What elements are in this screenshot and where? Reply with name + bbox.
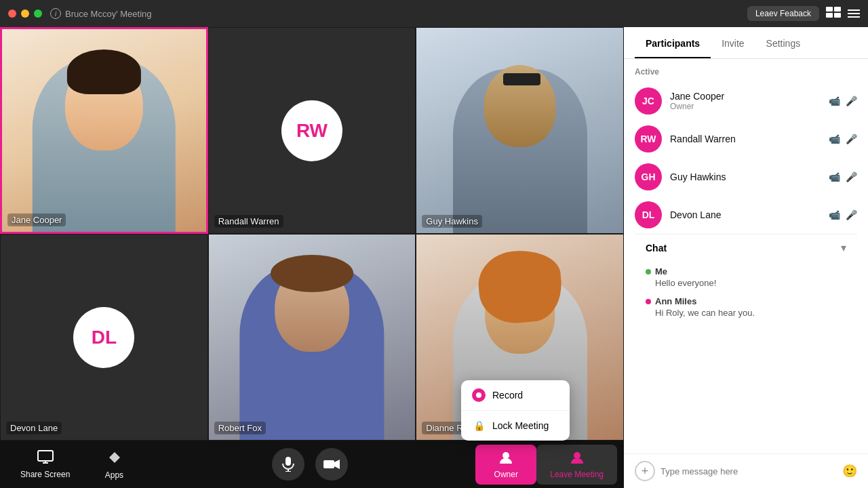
owner-icon: [498, 450, 513, 467]
meeting-title-area: i Bruce Mccoy' Meeting: [50, 8, 151, 19]
video-cell-robert[interactable]: Robert Fox: [208, 234, 416, 441]
participant-icons-guy: 📹 🎤: [829, 171, 857, 182]
main-content: Jane Cooper RW Randall Warren Guy Hawkin…: [0, 27, 868, 488]
popup-menu: Record 🔒 Lock Meeting: [461, 380, 570, 441]
emoji-button[interactable]: 🙂: [842, 464, 857, 479]
svg-rect-2: [826, 13, 833, 18]
participant-name-jane: Jane Cooper: [7, 214, 66, 226]
mic-icon-jane: 🎤: [846, 96, 857, 106]
video-cell-guy[interactable]: Guy Hawkins: [416, 27, 624, 234]
leave-icon: [570, 450, 585, 467]
bottom-center-controls: [144, 448, 475, 481]
video-grid-area: Jane Cooper RW Randall Warren Guy Hawkin…: [0, 27, 624, 488]
info-icon: i: [50, 8, 61, 19]
cam-icon-randall: 📹: [829, 134, 840, 144]
avatar-devon-panel: DL: [635, 201, 662, 228]
video-cell-jane[interactable]: Jane Cooper: [0, 27, 208, 234]
owner-button[interactable]: Owner: [475, 445, 536, 485]
participant-name-robert: Robert Fox: [214, 422, 266, 434]
apps-button[interactable]: Apps: [83, 444, 144, 485]
participant-name-randall-panel: Randall Warren: [670, 134, 821, 144]
participant-row-jane: JC Jane Cooper Owner 📹 🎤: [635, 82, 857, 120]
tab-participants[interactable]: Participants: [635, 27, 711, 58]
leave-meeting-label: Leave Meeting: [550, 470, 604, 479]
cam-icon-devon: 📹: [829, 209, 840, 220]
participant-info-devon: Devon Lane: [670, 209, 821, 220]
leave-meeting-button[interactable]: Leave Meeting: [536, 445, 617, 485]
active-section-label: Active: [635, 67, 857, 77]
panel-tabs: Participants Invite Settings: [624, 27, 868, 59]
participants-panel: Active JC Jane Cooper Owner 📹 🎤 RW Randa…: [624, 59, 868, 453]
participant-name-randall: Randall Warren: [214, 215, 283, 228]
svg-point-9: [502, 452, 509, 459]
chat-header-label: Chat: [646, 243, 667, 253]
mic-icon-guy: 🎤: [846, 171, 857, 182]
svg-point-10: [574, 452, 580, 459]
lock-meeting-label: Lock Meeting: [492, 420, 549, 431]
record-label: Record: [492, 390, 523, 401]
chat-chevron-icon: ▾: [841, 241, 846, 254]
participant-role-jane: Owner: [670, 102, 821, 111]
mic-button[interactable]: [272, 448, 304, 481]
share-screen-icon: [37, 450, 54, 467]
chat-text-2: Hi Roly, we can hear you.: [646, 308, 846, 318]
chat-sender-1: Me: [646, 266, 846, 277]
chat-messages: Me Hello everyone! Ann Miles Hi Roly, we…: [635, 261, 857, 337]
sender-dot-1: [646, 269, 651, 274]
share-screen-label: Share Screen: [20, 470, 70, 479]
chat-sender-name-1: Me: [655, 266, 667, 277]
minimize-button[interactable]: [21, 9, 29, 18]
participant-icons-randall: 📹 🎤: [829, 134, 857, 144]
right-panel: Participants Invite Settings Active JC J…: [624, 27, 868, 488]
sender-dot-2: [646, 299, 651, 304]
apps-icon: [106, 449, 121, 468]
tab-invite[interactable]: Invite: [711, 27, 755, 58]
participant-icons-jane: 📹 🎤: [829, 96, 857, 106]
hamburger-menu-icon[interactable]: [848, 9, 860, 18]
svg-rect-0: [826, 7, 833, 12]
avatar-randall: RW: [281, 100, 342, 161]
bottom-bar: Share Screen Apps: [0, 441, 624, 488]
traffic-lights: [8, 9, 42, 18]
svg-rect-1: [834, 7, 841, 12]
video-cell-devon[interactable]: DL Devon Lane: [0, 234, 208, 441]
participant-row-guy: GH Guy Hawkins 📹 🎤: [635, 158, 857, 196]
apps-label: Apps: [105, 470, 123, 480]
svg-rect-5: [285, 457, 291, 466]
avatar-guy-panel: GH: [635, 163, 662, 190]
svg-rect-4: [38, 451, 53, 461]
participant-info-guy: Guy Hawkins: [670, 171, 821, 182]
avatar-jane-panel: JC: [635, 87, 662, 115]
video-cell-randall[interactable]: RW Randall Warren: [208, 27, 416, 234]
avatar-devon: DL: [73, 307, 134, 368]
cam-icon-guy: 📹: [829, 171, 840, 182]
layout-icon[interactable]: [826, 7, 841, 21]
participant-name-devon: Devon Lane: [6, 422, 62, 434]
lock-meeting-menu-item[interactable]: 🔒 Lock Meeting: [461, 411, 570, 441]
chat-message-1: Me Hello everyone!: [646, 266, 846, 288]
video-grid: Jane Cooper RW Randall Warren Guy Hawkin…: [0, 27, 624, 441]
bottom-right-controls: Owner Leave Meeting: [475, 445, 617, 485]
lock-icon: 🔒: [472, 419, 486, 432]
chat-input-field[interactable]: [660, 466, 837, 476]
participant-info-randall: Randall Warren: [670, 134, 821, 144]
svg-rect-8: [323, 460, 334, 468]
maximize-button[interactable]: [34, 9, 42, 18]
tab-settings[interactable]: Settings: [755, 27, 812, 58]
participant-info-jane: Jane Cooper Owner: [670, 91, 821, 111]
share-screen-button[interactable]: Share Screen: [7, 445, 83, 485]
chat-sender-2: Ann Miles: [646, 296, 846, 306]
participant-name-jane-panel: Jane Cooper: [670, 91, 821, 102]
chat-add-button[interactable]: +: [635, 461, 655, 481]
record-menu-item[interactable]: Record: [461, 380, 570, 411]
close-button[interactable]: [8, 9, 16, 18]
participant-row-randall: RW Randall Warren 📹 🎤: [635, 120, 857, 158]
participant-name-guy-panel: Guy Hawkins: [670, 171, 821, 182]
chat-sender-name-2: Ann Miles: [655, 296, 696, 306]
camera-button[interactable]: [315, 448, 348, 481]
chat-text-1: Hello everyone!: [646, 278, 846, 288]
title-bar: i Bruce Mccoy' Meeting Leaev Feaback: [0, 0, 868, 27]
avatar-randall-panel: RW: [635, 125, 662, 152]
chat-toggle[interactable]: Chat ▾: [635, 235, 857, 261]
leave-feedback-button[interactable]: Leaev Feaback: [747, 6, 819, 21]
